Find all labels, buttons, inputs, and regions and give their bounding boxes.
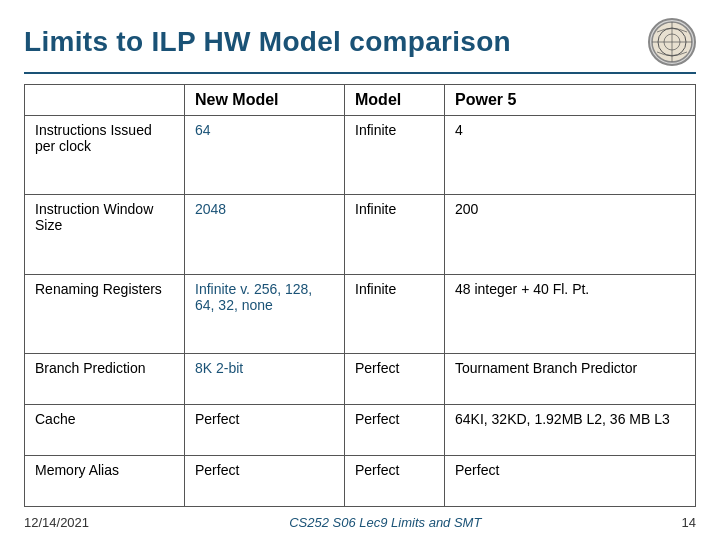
row-new-model: 8K 2-bit — [185, 353, 345, 404]
page-title: Limits to ILP HW Model comparison — [24, 26, 511, 58]
row-new-model: 2048 — [185, 195, 345, 274]
footer: 12/14/2021 CS252 S06 Lec9 Limits and SMT… — [24, 515, 696, 530]
row-power5: 64KI, 32KD, 1.92MB L2, 36 MB L3 — [445, 404, 696, 455]
row-power5: 200 — [445, 195, 696, 274]
title-divider — [24, 72, 696, 74]
row-new-model: Infinite v. 256, 128, 64, 32, none — [185, 274, 345, 353]
row-model: Infinite — [345, 116, 445, 195]
table-row: Renaming RegistersInfinite v. 256, 128, … — [25, 274, 696, 353]
col-header-new-model: New Model — [185, 85, 345, 116]
col-header-label — [25, 85, 185, 116]
table-row: Instructions Issued per clock64Infinite4 — [25, 116, 696, 195]
row-label: Instruction Window Size — [25, 195, 185, 274]
footer-date: 12/14/2021 — [24, 515, 89, 530]
row-label: Memory Alias — [25, 455, 185, 506]
row-model: Infinite — [345, 195, 445, 274]
row-label: Cache — [25, 404, 185, 455]
row-power5: Perfect — [445, 455, 696, 506]
table-header-row: New Model Model Power 5 — [25, 85, 696, 116]
row-power5: 4 — [445, 116, 696, 195]
row-power5: Tournament Branch Predictor — [445, 353, 696, 404]
footer-page: 14 — [682, 515, 696, 530]
col-header-power5: Power 5 — [445, 85, 696, 116]
row-label: Branch Prediction — [25, 353, 185, 404]
table-row: Instruction Window Size2048Infinite200 — [25, 195, 696, 274]
university-logo — [648, 18, 696, 66]
comparison-table: New Model Model Power 5 Instructions Iss… — [24, 84, 696, 507]
table-row: CachePerfectPerfect64KI, 32KD, 1.92MB L2… — [25, 404, 696, 455]
page: Limits to ILP HW Model comparison New Mo… — [0, 0, 720, 540]
row-new-model: 64 — [185, 116, 345, 195]
row-label: Instructions Issued per clock — [25, 116, 185, 195]
footer-course: CS252 S06 Lec9 Limits and SMT — [289, 515, 481, 530]
row-model: Infinite — [345, 274, 445, 353]
table-row: Branch Prediction8K 2-bitPerfectTourname… — [25, 353, 696, 404]
row-model: Perfect — [345, 455, 445, 506]
table-row: Memory AliasPerfectPerfectPerfect — [25, 455, 696, 506]
row-label: Renaming Registers — [25, 274, 185, 353]
col-header-model: Model — [345, 85, 445, 116]
row-model: Perfect — [345, 404, 445, 455]
row-new-model: Perfect — [185, 455, 345, 506]
row-model: Perfect — [345, 353, 445, 404]
row-power5: 48 integer + 40 Fl. Pt. — [445, 274, 696, 353]
header: Limits to ILP HW Model comparison — [24, 18, 696, 66]
row-new-model: Perfect — [185, 404, 345, 455]
